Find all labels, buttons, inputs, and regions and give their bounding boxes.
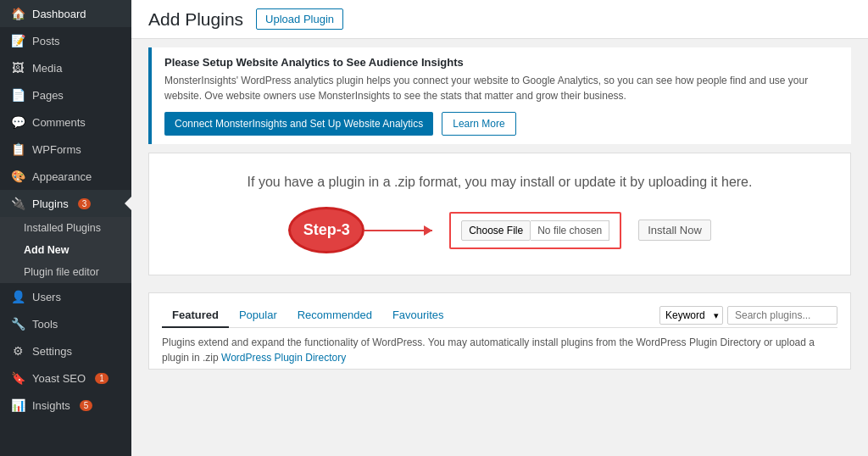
plugins-arrow bbox=[125, 197, 131, 210]
yoast-icon: 🔖 bbox=[10, 371, 25, 385]
sidebar-item-label: Appearance bbox=[32, 170, 92, 183]
sidebar-item-comments[interactable]: 💬 Comments bbox=[0, 108, 131, 136]
yoast-badge: 1 bbox=[95, 373, 108, 384]
sidebar-item-users[interactable]: 👤 Users bbox=[0, 283, 131, 310]
sidebar-item-label: Tools bbox=[32, 318, 58, 331]
sidebar-item-settings[interactable]: ⚙ Settings bbox=[0, 337, 131, 364]
insights-icon: 📊 bbox=[10, 398, 25, 412]
tab-featured-label: Featured bbox=[172, 309, 219, 321]
tab-favourites[interactable]: Favourites bbox=[382, 303, 454, 328]
plugins-badge: 3 bbox=[78, 198, 92, 209]
step-annotation: Step-3 bbox=[288, 207, 432, 253]
page-header: Add Plugins Upload Plugin bbox=[131, 0, 868, 39]
plugins-icon: 🔌 bbox=[10, 197, 25, 210]
dashboard-icon: 🏠 bbox=[10, 7, 25, 20]
pages-icon: 📄 bbox=[10, 88, 25, 102]
upload-instruction: If you have a plugin in a .zip format, y… bbox=[166, 175, 833, 190]
sidebar-item-label: Media bbox=[32, 62, 62, 75]
tab-recommended-label: Recommended bbox=[298, 309, 372, 321]
sidebar-item-label: Dashboard bbox=[32, 8, 86, 20]
posts-icon: 📝 bbox=[10, 34, 25, 47]
no-file-text: No file chosen bbox=[531, 220, 609, 241]
tab-favourites-label: Favourites bbox=[392, 309, 444, 321]
sidebar-item-plugins[interactable]: 🔌 Plugins 3 bbox=[0, 190, 131, 217]
upload-section: If you have a plugin in a .zip format, y… bbox=[148, 153, 851, 275]
sidebar-item-label: Posts bbox=[32, 35, 60, 47]
sidebar-item-label: Users bbox=[32, 291, 61, 303]
tab-popular[interactable]: Popular bbox=[229, 303, 287, 328]
sidebar-item-yoast-seo[interactable]: 🔖 Yoast SEO 1 bbox=[0, 364, 131, 392]
banner-actions: Connect MonsterInsights and Set Up Websi… bbox=[164, 112, 838, 136]
banner-title: Please Setup Website Analytics to See Au… bbox=[164, 56, 838, 69]
tabs-header: Featured Popular Recommended Favourites … bbox=[162, 303, 837, 328]
add-new-label: Add New bbox=[24, 244, 69, 256]
appearance-icon: 🎨 bbox=[10, 170, 25, 183]
sidebar-item-posts[interactable]: 📝 Posts bbox=[0, 27, 131, 54]
sidebar-item-label: Settings bbox=[32, 345, 72, 358]
sidebar-item-label: Insights bbox=[32, 399, 70, 412]
sidebar-item-dashboard[interactable]: 🏠 Dashboard bbox=[0, 0, 131, 27]
sidebar-sub-plugin-file-editor[interactable]: Plugin file editor bbox=[0, 261, 131, 283]
sidebar-item-label: Comments bbox=[32, 116, 86, 129]
tabs-description: Plugins extend and expand the functional… bbox=[162, 328, 837, 369]
upload-plugin-button[interactable]: Upload Plugin bbox=[256, 8, 343, 30]
media-icon: 🖼 bbox=[10, 61, 25, 75]
keyword-select[interactable]: Keyword bbox=[659, 306, 723, 325]
upload-area: If you have a plugin in a .zip format, y… bbox=[166, 175, 833, 253]
search-plugins-input[interactable] bbox=[727, 306, 837, 325]
sidebar-item-label: Pages bbox=[32, 89, 64, 102]
upload-controls: Choose File No file chosen bbox=[449, 212, 621, 249]
main-content: Add Plugins Upload Plugin Please Setup W… bbox=[131, 0, 868, 456]
settings-icon: ⚙ bbox=[10, 344, 25, 358]
sidebar-item-label: WPForms bbox=[32, 143, 81, 156]
step-arrow bbox=[364, 230, 432, 231]
sidebar-item-wpforms[interactable]: 📋 WPForms bbox=[0, 136, 131, 163]
analytics-banner: Please Setup Website Analytics to See Au… bbox=[148, 47, 851, 144]
sidebar-item-insights[interactable]: 📊 Insights 5 bbox=[0, 392, 131, 419]
tabs-right: Keyword bbox=[659, 306, 837, 325]
plugins-submenu: Installed Plugins Add New Plugin file ed… bbox=[0, 217, 131, 283]
sidebar-item-media[interactable]: 🖼 Media bbox=[0, 54, 131, 81]
sidebar: 🏠 Dashboard 📝 Posts 🖼 Media 📄 Pages 💬 Co… bbox=[0, 0, 131, 456]
comments-icon: 💬 bbox=[10, 115, 25, 129]
plugin-file-editor-label: Plugin file editor bbox=[24, 266, 99, 278]
wpforms-icon: 📋 bbox=[10, 142, 25, 156]
sidebar-item-appearance[interactable]: 🎨 Appearance bbox=[0, 163, 131, 190]
banner-text: MonsterInsights' WordPress analytics plu… bbox=[164, 73, 838, 103]
tab-recommended[interactable]: Recommended bbox=[287, 303, 382, 328]
sidebar-sub-installed-plugins[interactable]: Installed Plugins bbox=[0, 217, 131, 239]
file-input-area: Choose File No file chosen bbox=[461, 220, 609, 241]
connect-monsterinsights-button[interactable]: Connect MonsterInsights and Set Up Websi… bbox=[164, 112, 433, 136]
tools-icon: 🔧 bbox=[10, 317, 25, 331]
sidebar-item-label: Plugins bbox=[32, 197, 69, 210]
sidebar-item-pages[interactable]: 📄 Pages bbox=[0, 81, 131, 108]
tab-featured[interactable]: Featured bbox=[162, 303, 229, 328]
learn-more-button[interactable]: Learn More bbox=[442, 112, 515, 136]
tabs-section: Featured Popular Recommended Favourites … bbox=[148, 292, 851, 370]
users-icon: 👤 bbox=[10, 290, 25, 303]
insights-badge: 5 bbox=[80, 400, 93, 411]
install-now-button[interactable]: Install Now bbox=[638, 220, 711, 241]
plugin-directory-link[interactable]: WordPress Plugin Directory bbox=[221, 352, 346, 364]
page-title: Add Plugins bbox=[148, 9, 243, 30]
step-label: Step-3 bbox=[303, 221, 350, 239]
step-bubble: Step-3 bbox=[288, 207, 364, 253]
choose-file-button[interactable]: Choose File bbox=[461, 220, 531, 241]
sidebar-item-tools[interactable]: 🔧 Tools bbox=[0, 310, 131, 337]
tab-popular-label: Popular bbox=[239, 309, 277, 321]
sidebar-item-label: Yoast SEO bbox=[32, 372, 86, 385]
installed-plugins-label: Installed Plugins bbox=[24, 222, 101, 234]
sidebar-sub-add-new[interactable]: Add New bbox=[0, 239, 131, 261]
search-by-wrapper: Keyword bbox=[659, 306, 723, 325]
